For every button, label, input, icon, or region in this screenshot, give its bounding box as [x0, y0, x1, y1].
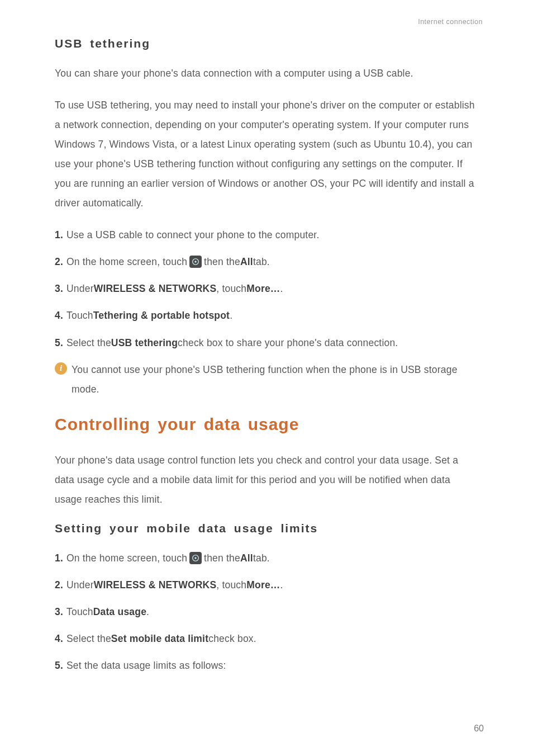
ui-label-wireless: WIRELESS & NETWORKS — [94, 279, 217, 298]
step-text-post: . — [230, 306, 232, 325]
step-text-post1: then the — [204, 549, 240, 568]
step-5: 5. Select the USB tethering check box to… — [55, 333, 478, 352]
step-text-mid: , touch — [216, 279, 246, 298]
step-2: 2. On the home screen, touch then the Al… — [55, 252, 478, 271]
svg-point-3 — [194, 557, 196, 559]
step-number: 5. — [55, 656, 63, 675]
step-1: 1. Use a USB cable to connect your phone… — [55, 225, 478, 244]
step-text-pre: Touch — [66, 602, 93, 621]
settings-icon — [189, 256, 202, 268]
page-number: 60 — [474, 724, 484, 734]
step-text-pre: Touch — [66, 306, 93, 325]
paragraph-intro: You can share your phone's data connecti… — [55, 64, 478, 83]
du-step-5: 5. Set the data usage limits as follows: — [55, 656, 478, 675]
info-icon: i — [55, 362, 67, 375]
step-text-mid: , touch — [216, 575, 246, 594]
step-number: 1. — [55, 549, 63, 568]
step-text-post: check box to share your phone's data con… — [178, 333, 398, 352]
paragraph-data-usage-intro: Your phone's data usage control function… — [55, 451, 478, 509]
paragraph-note: To use USB tethering, you may need to in… — [55, 96, 478, 213]
step-number: 3. — [55, 602, 63, 621]
ui-label-more: More… — [246, 575, 280, 594]
step-text-pre: Under — [66, 575, 94, 594]
step-text-post: check box. — [208, 629, 256, 648]
step-text-pre: Under — [66, 279, 94, 298]
step-text-pre: On the home screen, touch — [66, 549, 187, 568]
step-text-post: . — [146, 602, 149, 621]
step-number: 4. — [55, 306, 63, 325]
heading-controlling-data-usage: Controlling your data usage — [55, 415, 478, 434]
du-step-2: 2. Under WIRELESS & NETWORKS , touch Mor… — [55, 575, 478, 594]
ui-label-all: All — [240, 549, 253, 568]
ui-label-usb-tethering: USB tethering — [111, 333, 178, 352]
ui-label-more: More… — [246, 279, 280, 298]
step-number: 4. — [55, 629, 63, 648]
step-text-pre: Select the — [66, 629, 111, 648]
step-number: 2. — [55, 575, 63, 594]
du-step-1: 1. On the home screen, touch then the Al… — [55, 549, 478, 568]
step-text-pre: Select the — [66, 333, 111, 352]
ui-label-tethering: Tethering & portable hotspot — [93, 306, 230, 325]
step-text: Use a USB cable to connect your phone to… — [66, 225, 319, 244]
heading-usb-tethering: USB tethering — [55, 37, 478, 50]
info-text: You cannot use your phone's USB tetherin… — [72, 360, 478, 399]
du-step-4: 4. Select the Set mobile data limit chec… — [55, 629, 478, 648]
step-number: 5. — [55, 333, 63, 352]
step-text: Set the data usage limits as follows: — [66, 656, 226, 675]
step-number: 2. — [55, 252, 63, 271]
step-number: 1. — [55, 225, 63, 244]
document-page: Internet connection USB tethering You ca… — [0, 0, 533, 675]
step-3: 3. Under WIRELESS & NETWORKS , touch Mor… — [55, 279, 478, 298]
info-callout: i You cannot use your phone's USB tether… — [55, 360, 478, 399]
ui-label-data-usage: Data usage — [93, 602, 146, 621]
heading-setting-limits: Setting your mobile data usage limits — [55, 522, 478, 535]
ui-label-set-limit: Set mobile data limit — [111, 629, 208, 648]
settings-icon — [189, 552, 202, 564]
du-step-3: 3. Touch Data usage . — [55, 602, 478, 621]
header-section-label: Internet connection — [55, 18, 483, 26]
step-text-pre: On the home screen, touch — [66, 252, 187, 271]
svg-point-1 — [194, 261, 196, 263]
step-4: 4. Touch Tethering & portable hotspot . — [55, 306, 478, 325]
step-text-post: . — [280, 279, 283, 298]
step-text-post2: tab. — [253, 549, 270, 568]
step-text-post2: tab. — [253, 252, 270, 271]
step-number: 3. — [55, 279, 63, 298]
ui-label-all: All — [240, 252, 253, 271]
step-text-post1: then the — [204, 252, 240, 271]
step-text-post: . — [280, 575, 283, 594]
ui-label-wireless: WIRELESS & NETWORKS — [94, 575, 217, 594]
